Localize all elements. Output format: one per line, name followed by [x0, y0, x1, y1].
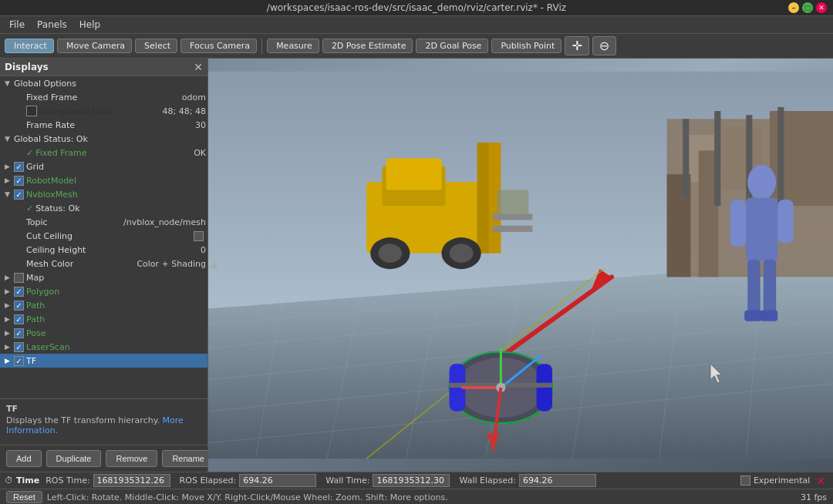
tree-checkbox-path2[interactable]	[14, 314, 24, 324]
experimental-checkbox-group: Experimental	[740, 475, 810, 486]
color-swatch[interactable]	[26, 106, 37, 116]
tree-row-cut-ceiling[interactable]: Cut Ceiling	[0, 229, 207, 243]
time-panel-close-button[interactable]: ✕	[816, 475, 825, 487]
svg-rect-57	[764, 260, 776, 315]
tree-checkbox-inline-cut-ceiling[interactable]	[194, 231, 204, 241]
menu-item-panels[interactable]: Panels	[31, 18, 73, 32]
tree-expand-arrow[interactable]: ▶	[5, 163, 14, 170]
svg-rect-56	[747, 260, 760, 315]
tree-label-nvblox-status: Status: Ok	[35, 203, 206, 213]
minimize-button[interactable]: –	[788, 2, 799, 13]
tree-row-fixed-frame-status[interactable]: ✓Fixed FrameOK	[0, 146, 207, 160]
tree-expand-arrow[interactable]: ▶	[5, 343, 14, 351]
tree-checkbox-map[interactable]	[14, 273, 24, 283]
tree-expand-arrow[interactable]: ▶	[5, 287, 14, 295]
toolbar-label: 2D Goal Pose	[425, 41, 481, 51]
toolbar-button-plus[interactable]: ✛	[565, 36, 588, 55]
tree-row-map[interactable]: ▶Map	[0, 270, 207, 284]
tree-row-polygon[interactable]: ▶Polygon	[0, 284, 207, 298]
duplicate-button[interactable]: Duplicate	[46, 450, 102, 467]
close-button[interactable]: ✕	[816, 2, 827, 13]
wall-elapsed-value: 694.26	[519, 474, 596, 487]
tree-checkbox-grid[interactable]	[14, 162, 24, 172]
svg-rect-26	[477, 143, 489, 254]
tree-row-frame-rate[interactable]: Frame Rate30	[0, 118, 207, 132]
viewport-collapse-arrow[interactable]: ◀	[208, 259, 217, 271]
toolbar-button-interact[interactable]: Interact	[5, 39, 54, 53]
tree-check-icon: ✓	[26, 148, 33, 158]
tree-expand-arrow[interactable]: ▶	[5, 357, 14, 365]
tree-expand-arrow[interactable]: ▶	[5, 274, 14, 281]
add-button[interactable]: Add	[6, 450, 42, 467]
tree-row-robot-model[interactable]: ▶RobotModel	[0, 173, 207, 187]
tree-expand-arrow[interactable]: ▼	[5, 79, 14, 87]
svg-rect-23	[777, 107, 784, 210]
svg-rect-20	[683, 119, 689, 198]
tree-label-nvblox-mesh: NvbloxMesh	[26, 190, 206, 200]
tree-row-path2[interactable]: ▶Path	[0, 312, 207, 326]
toolbar-button-focus-camera[interactable]: Focus Camera	[180, 39, 257, 53]
tree-row-pose[interactable]: ▶Pose	[0, 326, 207, 340]
maximize-button[interactable]: □	[802, 2, 813, 13]
menubar: FilePanelsHelp	[0, 16, 833, 34]
reset-button[interactable]: Reset	[6, 491, 42, 503]
tree-checkbox-pose[interactable]	[14, 328, 24, 338]
tree-label-ceiling-height: Ceiling Height	[26, 245, 197, 255]
ros-elapsed-value: 694.26	[239, 474, 316, 487]
tree-expand-arrow[interactable]: ▶	[5, 329, 14, 337]
status-area: TF Displays the TF transform hierarchy. …	[0, 398, 207, 445]
tree-row-laserscan[interactable]: ▶LaserScan	[0, 340, 207, 354]
rename-button[interactable]: Rename	[162, 450, 208, 467]
tree-checkbox-tf[interactable]	[14, 356, 24, 366]
tree-checkbox-path1[interactable]	[14, 301, 24, 311]
svg-rect-35	[497, 190, 528, 214]
tree-expand-arrow[interactable]: ▶	[5, 315, 14, 323]
tree-label-tf: TF	[26, 356, 206, 366]
tree-checkbox-robot-model[interactable]	[14, 176, 24, 186]
tree-label-robot-model: RobotModel	[26, 176, 206, 186]
tree-row-grid[interactable]: ▶Grid	[0, 160, 207, 173]
bottom-bar: Reset Left-Click: Rotate. Middle-Click: …	[0, 489, 833, 504]
tree-label-map: Map	[26, 273, 206, 283]
ros-elapsed-label: ROS Elapsed:	[180, 475, 237, 486]
toolbar-button-2d-goal-pose[interactable]: 2D Goal Pose	[416, 39, 488, 53]
display-tree[interactable]: ▼Global OptionsFixed FrameodomBackground…	[0, 76, 207, 398]
tree-row-ceiling-height[interactable]: Ceiling Height0	[0, 243, 207, 257]
toolbar-button-minus[interactable]: ⊖	[592, 36, 616, 55]
toolbar: InteractMove CameraSelectFocus CameraMea…	[0, 34, 833, 59]
toolbar-button-publish-point[interactable]: Publish Point	[491, 39, 562, 53]
tree-row-background-color[interactable]: Background Color48; 48; 48	[0, 104, 207, 118]
tree-row-global-status[interactable]: ▼Global Status: Ok	[0, 132, 207, 146]
viewport[interactable]: ◀	[208, 59, 833, 472]
tree-checkbox-laserscan[interactable]	[14, 342, 24, 352]
tree-row-path1[interactable]: ▶Path	[0, 298, 207, 312]
toolbar-button-measure[interactable]: Measure	[267, 39, 319, 53]
tree-row-global-options[interactable]: ▼Global Options	[0, 76, 207, 90]
toolbar-button-2d-pose-estimate[interactable]: 2D Pose Estimate	[322, 39, 413, 53]
tree-row-mesh-color[interactable]: Mesh ColorColor + Shading	[0, 257, 207, 270]
fps-display: 31 fps	[801, 492, 827, 502]
experimental-checkbox[interactable]	[740, 475, 750, 486]
tree-row-topic[interactable]: Topic/nvblox_node/mesh	[0, 215, 207, 229]
menu-item-file[interactable]: File	[3, 18, 31, 32]
menu-item-help[interactable]: Help	[73, 18, 106, 32]
tree-checkbox-polygon[interactable]	[14, 287, 24, 297]
tree-row-fixed-frame[interactable]: Fixed Frameodom	[0, 90, 207, 104]
experimental-label: Experimental	[754, 475, 810, 486]
status-title: TF	[6, 404, 201, 414]
tree-checkbox-nvblox-mesh[interactable]	[14, 190, 24, 200]
tree-value-mesh-color: Color + Shading	[137, 259, 206, 269]
toolbar-button-select[interactable]: Select	[135, 39, 177, 53]
tree-row-nvblox-status[interactable]: ✓Status: Ok	[0, 201, 207, 215]
displays-close-button[interactable]: ✕	[194, 61, 203, 73]
toolbar-separator	[261, 39, 262, 54]
tree-expand-arrow[interactable]: ▶	[5, 301, 14, 309]
toolbar-button-move-camera[interactable]: Move Camera	[57, 39, 132, 53]
remove-button[interactable]: Remove	[106, 450, 157, 467]
tree-expand-arrow[interactable]: ▼	[5, 190, 14, 198]
tree-expand-arrow[interactable]: ▼	[5, 135, 14, 143]
tree-row-tf[interactable]: ▶TF	[0, 354, 207, 368]
wall-elapsed-label: Wall Elapsed:	[459, 475, 515, 486]
tree-expand-arrow[interactable]: ▶	[5, 176, 14, 184]
tree-row-nvblox-mesh[interactable]: ▼NvbloxMesh	[0, 187, 207, 201]
